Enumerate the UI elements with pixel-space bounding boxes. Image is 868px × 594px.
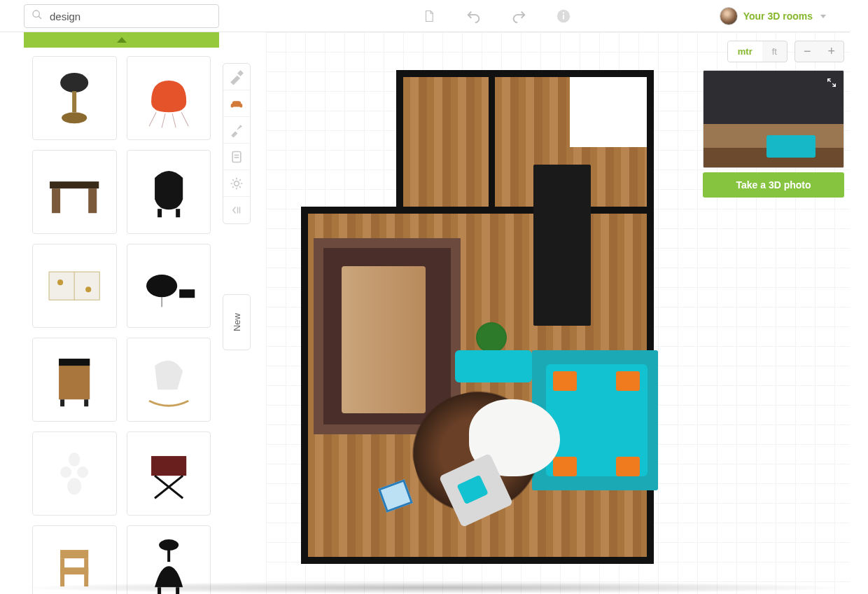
floorplan[interactable] (301, 70, 651, 560)
mode-toolstrip (223, 63, 251, 224)
svg-rect-27 (84, 399, 88, 406)
svg-rect-26 (60, 399, 64, 406)
decorate-tool[interactable] (223, 117, 250, 144)
furniture-catalog (24, 48, 219, 594)
svg-rect-16 (176, 209, 180, 217)
svg-point-29 (60, 467, 71, 478)
build-tool[interactable] (223, 64, 250, 90)
catalog-item[interactable] (32, 244, 117, 328)
unit-toggle: mtr ft (727, 41, 788, 62)
svg-rect-14 (88, 188, 97, 213)
info-button[interactable] (554, 7, 573, 25)
user-menu-label: Your 3D rooms (743, 11, 813, 22)
preview-panel: Take a 3D photo (703, 70, 844, 198)
svg-point-39 (159, 539, 178, 551)
zoom-out-button[interactable]: − (795, 41, 820, 62)
pillow[interactable] (616, 457, 640, 476)
pillow[interactable] (553, 371, 577, 391)
app-window: Your 3D rooms (0, 0, 868, 594)
catalog-item[interactable] (127, 338, 211, 422)
collapse-tool[interactable] (223, 197, 250, 223)
catalog-item[interactable] (127, 244, 211, 328)
svg-line-11 (172, 113, 176, 127)
svg-point-49 (234, 181, 239, 186)
search-icon (31, 9, 43, 23)
undo-button[interactable] (465, 7, 483, 25)
svg-rect-12 (50, 181, 99, 188)
svg-point-5 (60, 73, 88, 92)
svg-line-10 (162, 113, 165, 127)
catalog-item[interactable] (32, 56, 117, 140)
svg-point-4 (563, 12, 564, 13)
svg-point-19 (57, 279, 63, 285)
furnish-tool[interactable] (223, 90, 250, 117)
catalog-item[interactable] (32, 431, 117, 516)
search-input[interactable] (48, 10, 211, 23)
svg-rect-32 (151, 456, 186, 476)
svg-rect-3 (563, 15, 564, 19)
svg-rect-44 (231, 104, 234, 108)
zoom-control: − + (794, 41, 844, 62)
svg-point-20 (85, 286, 91, 292)
toolbar-center (420, 0, 573, 32)
catalog-item[interactable] (127, 56, 211, 140)
dining-table[interactable] (342, 266, 426, 413)
catalog-item[interactable] (127, 150, 211, 234)
svg-point-7 (62, 112, 87, 123)
svg-rect-15 (158, 209, 162, 217)
catalog-item[interactable] (32, 338, 117, 422)
expand-icon[interactable] (824, 75, 839, 90)
zoom-in-button[interactable]: + (819, 41, 844, 62)
settings-tool[interactable] (223, 170, 250, 197)
plant[interactable] (476, 322, 507, 353)
svg-line-1 (38, 16, 41, 19)
svg-rect-43 (238, 70, 244, 76)
avatar (720, 7, 738, 25)
chevron-down-icon (820, 15, 826, 18)
svg-rect-36 (60, 567, 88, 574)
user-menu[interactable]: Your 3D rooms (720, 0, 826, 32)
redo-button[interactable] (510, 7, 528, 25)
bottom-shadow (14, 581, 854, 594)
kitchen-island[interactable] (533, 165, 591, 326)
pillow[interactable] (616, 371, 640, 391)
room-hall[interactable] (396, 70, 496, 214)
new-document-button[interactable] (420, 7, 438, 25)
take-3d-photo-button[interactable]: Take a 3D photo (703, 172, 844, 198)
chevron-up-icon (117, 37, 127, 43)
svg-point-0 (33, 11, 39, 17)
svg-rect-25 (59, 359, 90, 366)
search-box[interactable] (24, 4, 219, 28)
svg-line-8 (149, 112, 156, 126)
svg-rect-22 (179, 289, 195, 298)
new-tab-label: New (232, 313, 242, 331)
catalog-item[interactable] (32, 150, 117, 234)
new-tab[interactable]: New (223, 294, 251, 350)
top-toolbar: Your 3D rooms (0, 0, 850, 32)
svg-point-31 (67, 478, 81, 495)
svg-point-28 (69, 453, 80, 467)
notes-tool[interactable] (223, 144, 250, 170)
svg-rect-40 (167, 549, 170, 562)
svg-rect-45 (240, 104, 243, 108)
svg-rect-13 (52, 188, 60, 213)
svg-rect-35 (60, 550, 88, 558)
svg-line-9 (181, 112, 188, 126)
unit-and-zoom-bar: mtr ft − + (727, 41, 844, 62)
catalog-collapse-bar[interactable] (24, 32, 219, 48)
svg-rect-6 (72, 91, 76, 112)
catalog-item[interactable] (127, 431, 211, 516)
svg-point-30 (77, 467, 88, 478)
svg-point-21 (146, 275, 177, 297)
unit-metric[interactable]: mtr (728, 41, 762, 62)
preview-3d-thumbnail[interactable] (703, 70, 844, 168)
unit-imperial[interactable]: ft (762, 41, 787, 62)
pillow[interactable] (553, 457, 577, 476)
